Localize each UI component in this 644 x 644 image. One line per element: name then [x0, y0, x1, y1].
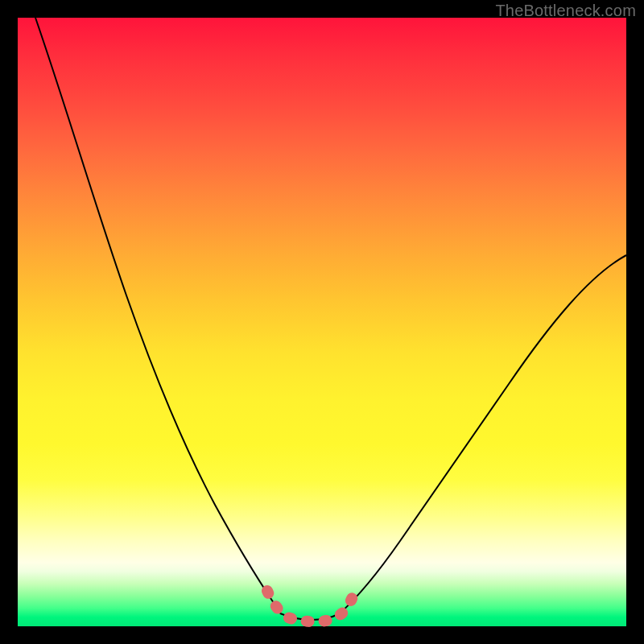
plot-area [18, 18, 626, 626]
curve-right-branch [340, 255, 626, 613]
curve-left-branch [35, 18, 280, 613]
chart-frame: TheBottleneck.com [0, 0, 644, 644]
valley-highlight-dash [267, 588, 356, 621]
curve-layer [18, 18, 626, 626]
watermark-text: TheBottleneck.com [495, 2, 636, 20]
